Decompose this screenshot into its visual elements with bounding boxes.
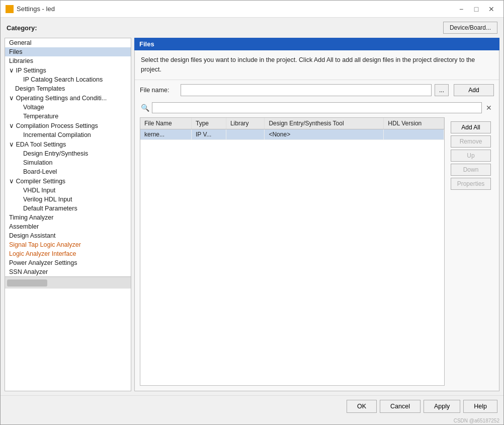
sidebar-item-ssn-analyzer[interactable]: SSN Analyzer [5, 267, 131, 276]
sidebar-item-power-analyzer[interactable]: Power Analyzer Settings [5, 258, 131, 267]
sidebar-item-ip-settings[interactable]: ∨ IP Settings [5, 65, 131, 75]
remove-button[interactable]: Remove [451, 135, 491, 148]
sidebar-item-compilation-process[interactable]: ∨ Compilation Process Settings [5, 121, 131, 130]
right-panel: Files Select the design files you want t… [134, 38, 499, 391]
minimize-button[interactable]: − [454, 4, 468, 15]
pane-container: GeneralFilesLibraries∨ IP SettingsIP Cat… [1, 38, 503, 395]
settings-icon [6, 5, 14, 13]
category-sidebar: GeneralFilesLibraries∨ IP SettingsIP Cat… [5, 38, 131, 391]
sidebar-scrollbar[interactable] [5, 276, 131, 289]
up-button[interactable]: Up [451, 150, 491, 162]
add-button[interactable]: Add [454, 84, 494, 96]
sidebar-item-files[interactable]: Files [5, 47, 131, 56]
bottom-bar: OK Cancel Apply Help [1, 395, 503, 417]
properties-button[interactable]: Properties [451, 178, 491, 190]
sidebar-item-compiler-settings[interactable]: ∨ Compiler Settings [5, 176, 131, 186]
scrollbar-thumb [7, 279, 47, 287]
sidebar-item-eda-tool-settings[interactable]: ∨ EDA Tool Settings [5, 139, 131, 149]
title-bar-left: Settings - led [6, 5, 55, 13]
sidebar-item-incremental-compilation[interactable]: Incremental Compilation [5, 130, 131, 139]
device-board-button[interactable]: Device/Board... [443, 22, 497, 34]
title-controls: − □ ✕ [454, 4, 498, 15]
sidebar-item-timing-analyzer[interactable]: Timing Analyzer [5, 213, 131, 222]
main-content: Category: Device/Board... GeneralFilesLi… [1, 18, 503, 424]
panel-header: Files [134, 38, 499, 50]
sidebar-item-design-entry[interactable]: Design Entry/Synthesis [5, 149, 131, 158]
close-button[interactable]: ✕ [484, 4, 498, 15]
category-label: Category: [7, 24, 37, 32]
filter-clear-button[interactable]: ✕ [484, 103, 494, 113]
browse-button[interactable]: ... [435, 84, 449, 96]
sidebar-item-libraries[interactable]: Libraries [5, 56, 131, 65]
watermark: CSDN @a65187252 [1, 417, 503, 424]
window-title: Settings - led [17, 5, 55, 13]
sidebar-item-operating-settings[interactable]: ∨ Operating Settings and Conditi... [5, 93, 131, 103]
cancel-button[interactable]: Cancel [380, 400, 421, 413]
down-button[interactable]: Down [451, 164, 491, 176]
sidebar-item-design-assistant[interactable]: Design Assistant [5, 231, 131, 240]
sidebar-item-voltage[interactable]: Voltage [5, 103, 131, 112]
col-library: Library [226, 118, 265, 129]
sidebar-item-assembler[interactable]: Assembler [5, 222, 131, 231]
panel-description: Select the design files you want to incl… [135, 50, 499, 80]
settings-window: Settings - led − □ ✕ Category: Device/Bo… [0, 0, 504, 425]
right-side-buttons: Add All Remove Up Down Properties [448, 117, 494, 386]
sidebar-item-vhdl-input[interactable]: VHDL Input [5, 186, 131, 195]
file-table-container: File Name Type Library Design Entry/Synt… [140, 117, 445, 386]
top-bar: Category: Device/Board... [1, 18, 503, 38]
add-all-button[interactable]: Add All [451, 121, 491, 133]
sidebar-item-design-templates[interactable]: Design Templates [5, 84, 131, 93]
sidebar-item-ip-catalog[interactable]: IP Catalog Search Locations [5, 75, 131, 84]
sidebar-item-default-params[interactable]: Default Parameters [5, 204, 131, 213]
panel-title: Files [139, 40, 154, 48]
filter-input[interactable] [152, 102, 482, 113]
sidebar-item-simulation[interactable]: Simulation [5, 158, 131, 167]
col-synthesis-tool: Design Entry/Synthesis Tool [265, 118, 384, 129]
title-bar: Settings - led − □ ✕ [1, 1, 503, 18]
sidebar-item-board-level[interactable]: Board-Level [5, 167, 131, 176]
search-icon: 🔍 [140, 103, 150, 113]
filter-row: 🔍 ✕ [135, 100, 499, 115]
panel-body: Select the design files you want to incl… [134, 50, 499, 391]
file-table: File Name Type Library Design Entry/Synt… [140, 118, 444, 140]
col-file-name: File Name [140, 118, 191, 129]
help-button[interactable]: Help [463, 400, 497, 413]
files-and-buttons: File Name Type Library Design Entry/Synt… [135, 115, 499, 391]
file-name-input[interactable] [181, 84, 432, 96]
apply-button[interactable]: Apply [424, 400, 460, 413]
table-row[interactable]: kerne...IP V...<None> [140, 129, 444, 139]
sidebar-item-logic-analyzer[interactable]: Logic Analyzer Interface [5, 249, 131, 258]
sidebar-item-general[interactable]: General [5, 38, 131, 47]
ok-button[interactable]: OK [347, 400, 377, 413]
file-name-label: File name: [140, 87, 178, 94]
sidebar-item-signal-tap[interactable]: Signal Tap Logic Analyzer [5, 240, 131, 249]
sidebar-item-temperature[interactable]: Temperature [5, 112, 131, 121]
sidebar-item-verilog-hdl[interactable]: Verilog HDL Input [5, 195, 131, 204]
maximize-button[interactable]: □ [469, 4, 483, 15]
file-name-row: File name: ... Add [135, 80, 499, 100]
col-type: Type [191, 118, 226, 129]
col-hdl-version: HDL Version [384, 118, 444, 129]
